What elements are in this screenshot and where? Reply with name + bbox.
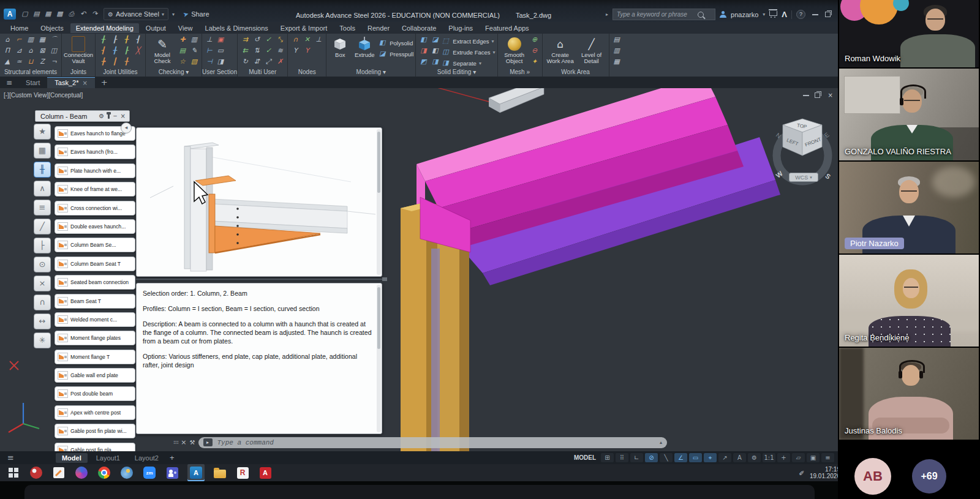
ribbon-tab[interactable]: Labels & Dimensions: [200, 23, 274, 33]
joint-list-item[interactable]: Column Beam Se...: [55, 238, 135, 252]
checking-tool-icon[interactable]: ▧: [189, 57, 200, 67]
chevron-down-icon[interactable]: ▾: [491, 39, 494, 44]
joint-description-panel[interactable]: Selection order: 1. Column, 2. BeamProfi…: [136, 283, 382, 434]
quick-access-icon[interactable]: ▩: [55, 9, 65, 19]
view-cube[interactable]: W S N E TOP LEFT FRONT: [764, 105, 838, 197]
structural-tool-icon[interactable]: ≃: [13, 57, 24, 67]
taskbar-notepad-icon[interactable]: [51, 465, 66, 480]
chrome-icon[interactable]: [97, 465, 111, 480]
command-history-icon[interactable]: ▴: [660, 440, 662, 445]
search-box[interactable]: [612, 9, 715, 20]
structural-tool-icon[interactable]: Z: [37, 57, 48, 67]
palette-category-icon[interactable]: ├: [34, 238, 51, 253]
panel-label[interactable]: User Section: [202, 69, 237, 77]
level-of-detail-button[interactable]: ╱ Level of Detail: [576, 35, 607, 64]
chevron-down-icon[interactable]: ▾: [493, 50, 496, 55]
status-toggle-icon[interactable]: ∟: [630, 453, 643, 462]
advance-steel-taskbar-icon[interactable]: A: [187, 464, 205, 481]
palette-category-icon[interactable]: ╫: [34, 162, 51, 178]
solid-editing-icon[interactable]: ◩: [418, 57, 429, 67]
status-toggle-icon[interactable]: A: [733, 453, 746, 462]
hamburger-icon[interactable]: ≡: [0, 78, 18, 88]
ribbon-tab[interactable]: Featured Apps: [480, 23, 535, 33]
multi-user-icon[interactable]: ⇉: [239, 35, 251, 45]
joint-list-item[interactable]: Knee of frame at we...: [55, 182, 135, 197]
extract-edges-button[interactable]: ⬚Extract Edges▾: [440, 36, 495, 47]
video-tile[interactable]: GONZALO VALIÑO RIESTRA: [839, 69, 979, 160]
structural-tool-icon[interactable]: ▦: [37, 35, 48, 45]
viewport-restore-icon[interactable]: [815, 92, 820, 98]
video-tile[interactable]: Roman Wdowik: [839, 0, 979, 67]
node-tool-icon[interactable]: Y: [290, 46, 301, 56]
tab-start[interactable]: Start: [18, 78, 47, 88]
palette-category-icon[interactable]: ↔: [34, 313, 51, 329]
taskbar-app-color-icon[interactable]: [74, 465, 89, 480]
palette-category-icon[interactable]: ≡: [34, 200, 51, 216]
joint-utility-icon[interactable]: ╳: [132, 46, 143, 56]
solid-editing-icon[interactable]: ◨: [418, 46, 429, 56]
gold-column-right[interactable]: [437, 236, 459, 451]
wrench-icon[interactable]: ⚒: [190, 439, 195, 446]
joint-list-item[interactable]: Seated beam connection: [55, 275, 135, 290]
tab-task2[interactable]: Task_2* ×: [47, 77, 95, 88]
create-work-area-button[interactable]: ⌂ Create Work Area: [545, 35, 576, 64]
checking-tool-icon[interactable]: ▥: [189, 35, 200, 45]
panel-label[interactable]: Checking ▾: [146, 69, 202, 77]
connection-vault-button[interactable]: Connection Vault: [64, 35, 93, 64]
joint-list-item[interactable]: Welded moment c...: [55, 312, 135, 327]
close-tab-icon[interactable]: ×: [82, 80, 87, 86]
quick-access-icon[interactable]: ▦: [43, 9, 53, 19]
joint-list-item[interactable]: Gable post fin pla...: [55, 443, 135, 451]
joint-utility-icon[interactable]: ╂: [121, 57, 132, 67]
restore-button[interactable]: [825, 12, 831, 17]
palette-category-icon[interactable]: ╱: [34, 219, 51, 234]
share-button[interactable]: ➤ Share: [183, 10, 209, 18]
user-section-icon[interactable]: ▭: [215, 46, 226, 56]
solid-editing-icon[interactable]: ◧: [429, 46, 440, 56]
ribbon-tab[interactable]: Export & Import: [275, 23, 333, 33]
joint-utility-icon[interactable]: ┠: [121, 46, 132, 56]
panel-label[interactable]: Work Area: [543, 69, 609, 77]
viewport-minimize-icon[interactable]: [803, 95, 809, 96]
joint-utility-icon[interactable]: ╊: [97, 57, 108, 67]
node-tool-icon[interactable]: ⊥: [313, 35, 324, 45]
palette-category-icon[interactable]: ⊙: [34, 257, 51, 272]
extrude-button[interactable]: Extrude: [352, 35, 377, 58]
drag-grip-icon[interactable]: ⠿: [172, 440, 179, 445]
ribbon-tab[interactable]: View: [173, 23, 198, 33]
panel-label[interactable]: Nodes: [288, 69, 326, 77]
user-section-icon[interactable]: ⊢: [204, 46, 215, 56]
search-collapse-icon[interactable]: ▸: [606, 12, 608, 17]
status-toggle-icon[interactable]: ∠: [674, 453, 687, 462]
pen-input-icon[interactable]: ✎: [798, 470, 806, 475]
structural-tool-icon[interactable]: ⌐: [13, 35, 24, 45]
multi-user-icon[interactable]: ↻: [239, 57, 251, 67]
joint-utility-icon[interactable]: ╂: [97, 35, 108, 45]
joint-preview-panel[interactable]: [136, 127, 382, 277]
status-toggle-icon[interactable]: ≡: [821, 453, 834, 462]
joint-utility-icon[interactable]: ┨: [97, 46, 108, 56]
structural-tool-icon[interactable]: ⌒: [48, 35, 59, 45]
panel-label[interactable]: Modeling ▾: [326, 69, 415, 77]
palette-category-icon[interactable]: ▦: [34, 143, 51, 159]
joint-list-item[interactable]: Post double beam: [55, 386, 135, 401]
acrobat-icon[interactable]: A: [258, 465, 273, 480]
separate-button[interactable]: ◨Separate▾: [440, 58, 495, 69]
multi-user-icon[interactable]: ≋: [274, 46, 285, 56]
palette-category-icon[interactable]: ★: [34, 124, 51, 140]
joint-utility-icon[interactable]: ┠: [109, 35, 120, 45]
box-button[interactable]: Box: [328, 35, 352, 58]
joint-utility-icon[interactable]: ╂: [109, 46, 120, 56]
rstudio-icon[interactable]: R: [235, 465, 250, 480]
multi-user-icon[interactable]: ⇵: [251, 57, 262, 67]
joint-list-item[interactable]: Double eaves haunch...: [55, 219, 135, 234]
node-tool-icon[interactable]: ∩: [290, 35, 301, 45]
clipboard-tool-icon[interactable]: ▤: [611, 35, 622, 45]
new-layout-icon[interactable]: +: [165, 453, 179, 462]
mesh-tool-icon[interactable]: ⊖: [529, 46, 540, 56]
structural-tool-icon[interactable]: ⊔: [25, 57, 36, 67]
palette-category-icon[interactable]: ✳: [34, 332, 51, 348]
quick-access-icon[interactable]: ▤: [31, 9, 42, 19]
minimize-button[interactable]: [812, 14, 818, 15]
palette-category-icon[interactable]: ×: [34, 276, 51, 291]
